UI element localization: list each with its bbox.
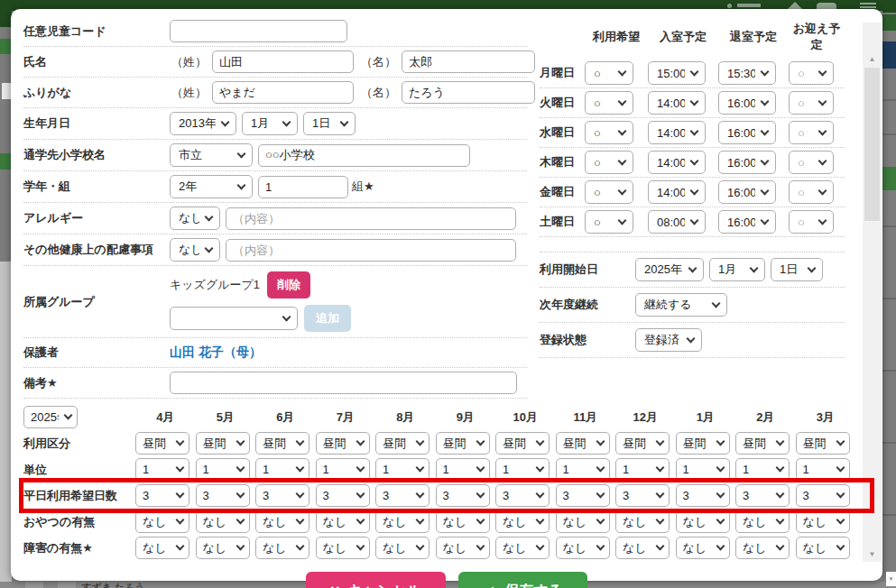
use-select[interactable]: ○ <box>585 121 633 144</box>
usage-type-select[interactable]: 昼間 <box>556 432 610 455</box>
add-group-button[interactable]: 追加 <box>304 305 351 332</box>
weekday-days-select[interactable]: 3 <box>135 484 189 507</box>
unit-select[interactable]: 1 <box>495 458 550 481</box>
pickup-select[interactable]: ○ <box>789 151 834 174</box>
note-input[interactable] <box>170 372 517 394</box>
use-select[interactable]: ○ <box>585 210 633 234</box>
weekday-days-select[interactable]: 3 <box>495 484 550 507</box>
enter-time-select[interactable]: 14:00 <box>648 91 706 115</box>
usage-type-select[interactable]: 昼間 <box>436 432 490 455</box>
enter-time-select[interactable]: 08:00 <box>648 210 706 234</box>
snack-select[interactable]: なし <box>735 510 790 533</box>
start-month-select[interactable]: 1月 <box>709 258 765 281</box>
birth-year-select[interactable]: 2013年 <box>170 112 236 135</box>
disability-select[interactable]: なし <box>796 537 850 559</box>
weekday-days-select[interactable]: 3 <box>796 484 850 507</box>
usage-type-select[interactable]: 昼間 <box>615 432 670 455</box>
snack-select[interactable]: なし <box>796 510 850 533</box>
pickup-select[interactable]: ○ <box>789 91 834 115</box>
disability-select[interactable]: なし <box>255 537 309 559</box>
leave-time-select[interactable]: 16:00 <box>718 91 776 115</box>
disability-select[interactable]: なし <box>436 537 490 559</box>
guardian-link[interactable]: 山田 花子（母） <box>170 345 262 361</box>
carryover-select[interactable]: 継続する <box>635 293 727 317</box>
unit-select[interactable]: 1 <box>196 458 250 481</box>
usage-type-select[interactable]: 昼間 <box>375 432 430 455</box>
save-button[interactable]: ✓ 保存する <box>458 572 587 588</box>
enter-time-select[interactable]: 14:00 <box>648 121 706 144</box>
first-name-kana-input[interactable] <box>402 81 535 104</box>
usage-type-select[interactable]: 昼間 <box>255 432 309 455</box>
disability-select[interactable]: なし <box>375 537 430 559</box>
snack-select[interactable]: なし <box>135 510 189 533</box>
dialog-scrollbar[interactable]: ▲ ▼ <box>863 23 882 562</box>
start-year-select[interactable]: 2025年 <box>635 258 704 281</box>
class-input[interactable] <box>258 176 348 198</box>
use-select[interactable]: ○ <box>585 151 633 174</box>
usage-type-select[interactable]: 昼間 <box>676 432 730 455</box>
scroll-up-icon[interactable]: ▲ <box>863 55 882 63</box>
weekday-days-select[interactable]: 3 <box>436 484 490 507</box>
group-select[interactable] <box>170 307 298 330</box>
unit-select[interactable]: 1 <box>735 458 790 481</box>
allergy-select[interactable]: なし <box>170 207 220 230</box>
weekday-days-select[interactable]: 3 <box>375 484 430 507</box>
usage-type-select[interactable]: 昼間 <box>135 432 189 455</box>
weekday-days-select[interactable]: 3 <box>255 484 309 507</box>
snack-select[interactable]: なし <box>375 510 430 533</box>
disability-select[interactable]: なし <box>735 537 790 559</box>
fiscal-year-select[interactable]: 2025年度 <box>23 406 78 428</box>
weekday-days-select[interactable]: 3 <box>676 484 730 507</box>
enter-time-select[interactable]: 14:00 <box>648 180 706 204</box>
leave-time-select[interactable]: 16:00 <box>718 210 776 234</box>
enter-time-select[interactable]: 14:00 <box>648 151 706 174</box>
weekday-days-select[interactable]: 3 <box>556 484 610 507</box>
weekday-days-select[interactable]: 3 <box>735 484 790 507</box>
disability-select[interactable]: なし <box>556 537 610 559</box>
first-name-input[interactable] <box>402 51 535 73</box>
health-select[interactable]: なし <box>170 238 220 262</box>
snack-select[interactable]: なし <box>316 510 370 533</box>
last-name-kana-input[interactable] <box>212 81 354 104</box>
school-name-input[interactable] <box>258 144 470 167</box>
usage-type-select[interactable]: 昼間 <box>316 432 370 455</box>
enter-time-select[interactable]: 15:00 <box>648 61 706 85</box>
weekday-days-select[interactable]: 3 <box>316 484 370 507</box>
window-scroll-down-button[interactable]: ▼ <box>886 572 896 586</box>
usage-type-select[interactable]: 昼間 <box>735 432 790 455</box>
leave-time-select[interactable]: 16:00 <box>718 180 776 204</box>
start-day-select[interactable]: 1日 <box>771 258 823 281</box>
grade-select[interactable]: 2年 <box>170 175 253 198</box>
usage-type-select[interactable]: 昼間 <box>196 432 250 455</box>
disability-select[interactable]: なし <box>615 537 670 559</box>
child-code-input[interactable] <box>170 20 347 42</box>
unit-select[interactable]: 1 <box>375 458 430 481</box>
disability-select[interactable]: なし <box>316 537 370 559</box>
health-detail-input[interactable] <box>226 239 516 262</box>
delete-group-button[interactable]: 削除 <box>267 271 310 299</box>
unit-select[interactable]: 1 <box>615 458 670 481</box>
snack-select[interactable]: なし <box>615 510 670 533</box>
last-name-input[interactable] <box>212 51 354 73</box>
unit-select[interactable]: 1 <box>436 458 490 481</box>
unit-select[interactable]: 1 <box>316 458 370 481</box>
snack-select[interactable]: なし <box>196 510 250 533</box>
unit-select[interactable]: 1 <box>135 458 189 481</box>
snack-select[interactable]: なし <box>255 510 309 533</box>
disability-select[interactable]: なし <box>495 537 550 559</box>
leave-time-select[interactable]: 16:00 <box>718 151 776 174</box>
school-type-select[interactable]: 市立 <box>170 143 253 167</box>
leave-time-select[interactable]: 16:00 <box>718 121 776 144</box>
use-select[interactable]: ○ <box>585 180 633 204</box>
use-select[interactable]: ○ <box>585 91 633 115</box>
scroll-down-icon[interactable]: ▼ <box>863 550 882 558</box>
unit-select[interactable]: 1 <box>556 458 610 481</box>
usage-type-select[interactable]: 昼間 <box>495 432 550 455</box>
weekday-days-select[interactable]: 3 <box>196 484 250 507</box>
usage-type-select[interactable]: 昼間 <box>796 432 850 455</box>
unit-select[interactable]: 1 <box>676 458 730 481</box>
snack-select[interactable]: なし <box>556 510 610 533</box>
birth-day-select[interactable]: 1日 <box>303 112 356 135</box>
disability-select[interactable]: なし <box>676 537 730 559</box>
pickup-select[interactable]: ○ <box>789 210 834 234</box>
